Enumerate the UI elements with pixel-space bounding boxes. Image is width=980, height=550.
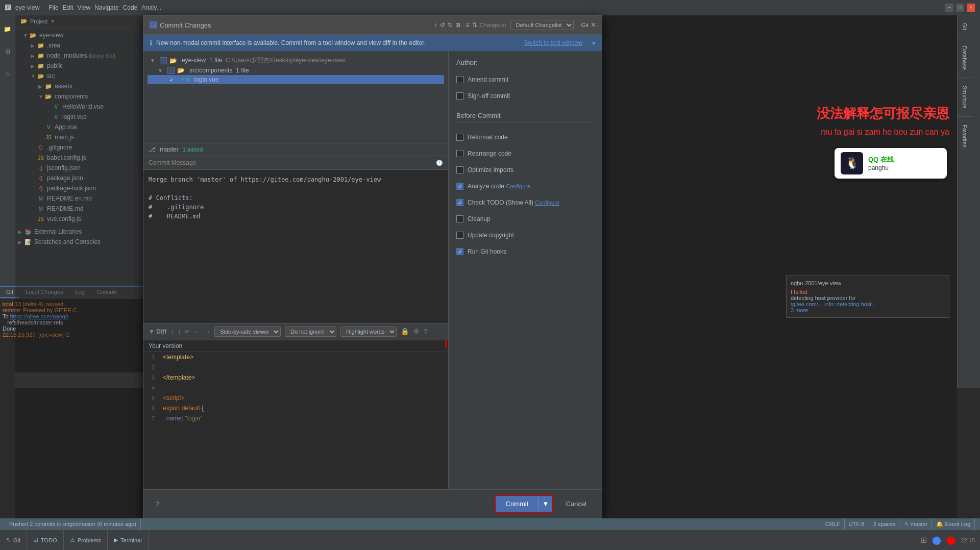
rungithooks-label: Run Git hooks <box>468 248 506 255</box>
rearrange-code-checkbox[interactable] <box>456 150 463 157</box>
dialog-controls: ↑ ↺ ↻ ⊞ ≡ ⇅ Changelist: Default Changeli… <box>434 20 596 30</box>
diff-highlight-select[interactable]: Highlight words <box>340 327 397 337</box>
diff-viewer-select[interactable]: Side-by-side viewer <box>214 327 281 337</box>
tree-collapse-src[interactable]: ▼ <box>158 68 163 73</box>
menu-analyze[interactable]: Analy... <box>141 4 161 11</box>
checkbox-root[interactable]: − <box>160 57 167 64</box>
dialog-tree-row-root[interactable]: ▼ − 📂 eye-view 1 file C:\Users\罗熙杰\Deskt… <box>148 55 444 66</box>
commit-msg-header: Commit Message 🕐 <box>143 156 448 170</box>
menu-file[interactable]: File <box>48 4 58 11</box>
status-eventlog[interactable]: 🔔 Event Log <box>932 518 975 530</box>
taskbar-terminal[interactable]: ▶ Terminal <box>108 530 149 551</box>
menu-code[interactable]: Code <box>123 4 138 11</box>
favorites-side-label[interactable]: Favorites <box>958 117 972 155</box>
commit-msg-label: Commit Message <box>149 159 196 166</box>
git-side-label[interactable]: Git <box>958 15 972 38</box>
spaces-label: 2 spaces <box>873 521 896 527</box>
help-button[interactable]: ? <box>151 496 163 512</box>
cancel-button[interactable]: Cancel <box>558 496 594 512</box>
dialog-toolbar-group[interactable]: ⊞ <box>455 21 460 29</box>
updatecopyright-checkbox[interactable] <box>456 232 463 239</box>
changelist-select[interactable]: Default Changelist <box>510 20 574 30</box>
modal-overlay: 🅿 Commit Changes ↑ ↺ ↻ ⊞ ≡ ⇅ Changelist:… <box>15 15 957 518</box>
taskbar-todo[interactable]: ☑ TODO <box>27 530 64 551</box>
line-num-4: 4 <box>143 383 159 393</box>
analyze-code-checkbox[interactable]: ✓ <box>456 183 463 190</box>
chinese-text-2: mu fa gai si zam ho bou zun can ya <box>821 128 949 137</box>
taskbar-problems[interactable]: ⚠ Problems <box>64 530 108 551</box>
error-more[interactable]: 3 more <box>791 307 945 313</box>
author-label: Author: <box>456 59 594 66</box>
analyze-configure-link[interactable]: Configure <box>506 183 530 189</box>
database-side-label[interactable]: Database <box>958 38 972 78</box>
dialog-toolbar-redo[interactable]: ↻ <box>448 21 453 29</box>
amend-commit-checkbox[interactable] <box>456 76 463 83</box>
diff-lock-btn[interactable]: 🔒 <box>401 328 409 335</box>
commit-button[interactable]: Commit <box>496 496 539 512</box>
info-banner-text: New non-modal commit interface is availa… <box>156 39 426 46</box>
checkbox-login[interactable]: ✓ <box>168 76 175 83</box>
menu-navigate[interactable]: Navigate <box>94 4 118 11</box>
dialog-toolbar-up[interactable]: ↑ <box>434 21 437 29</box>
encoding-label: CRLF <box>825 521 840 527</box>
project-icon[interactable]: 📁 <box>2 23 14 35</box>
switch-to-tool-window[interactable]: Switch to tool window <box>524 39 582 46</box>
status-spaces[interactable]: 2 spaces <box>869 518 900 530</box>
diff-arrow-down[interactable]: ↓ <box>178 328 181 335</box>
diff-edit-icon[interactable]: ✏ <box>185 328 190 335</box>
reformat-code-checkbox[interactable] <box>456 134 463 141</box>
dialog-tree-row-login[interactable]: ✓ ✓ V login.vue <box>148 75 444 84</box>
menu-edit[interactable]: Edit <box>63 4 74 11</box>
status-branch[interactable]: ↖ master <box>900 518 933 530</box>
menu-view[interactable]: View <box>77 4 90 11</box>
dialog-toolbar-expand[interactable]: ⇅ <box>472 21 477 29</box>
rungithooks-checkbox[interactable]: ✓ <box>456 248 463 255</box>
optimize-imports-checkbox[interactable] <box>456 166 463 173</box>
right-panel: Git Database Structure Favorites <box>957 15 980 388</box>
dialog-toolbar-sort[interactable]: ≡ <box>466 21 470 29</box>
commit-message-input[interactable]: Merge branch 'master' of https://gitee.c… <box>143 170 448 323</box>
diff-help-btn[interactable]: ? <box>424 328 427 335</box>
status-right: CRLF UTF-8 2 spaces ↖ master 🔔 Event Log <box>821 518 975 530</box>
commit-msg-clock[interactable]: 🕐 <box>436 160 443 166</box>
dialog-toolbar-undo[interactable]: ↺ <box>440 21 445 29</box>
close-button[interactable]: × <box>967 4 975 12</box>
checktodo-checkbox[interactable]: ✓ <box>456 199 463 206</box>
diff-forward-icon[interactable]: → <box>204 328 210 335</box>
taskbar-chrome-icon[interactable]: ⬤ <box>932 535 941 545</box>
status-encoding[interactable]: CRLF <box>821 518 845 530</box>
taskbar-right: ⊞ ⬤ ⬤ 22:15 <box>915 535 980 545</box>
diff-settings-btn[interactable]: ⚙ <box>413 328 420 335</box>
minimize-button[interactable]: − <box>945 4 953 12</box>
status-charset[interactable]: UTF-8 <box>845 518 869 530</box>
commit-dropdown-button[interactable]: ▼ <box>538 496 552 512</box>
favorites-icon[interactable]: ☆ <box>2 68 14 80</box>
structure-side-label[interactable]: Structure <box>958 78 972 117</box>
taskbar-other-icon[interactable]: ⬤ <box>946 535 955 545</box>
diff-arrow-up[interactable]: ↑ <box>170 328 174 335</box>
dialog-close-button[interactable]: × <box>591 20 596 30</box>
tree-collapse-root[interactable]: ▼ <box>150 58 155 63</box>
option-cleanup-row: Cleanup <box>456 215 594 222</box>
taskbar-todo-icon: ☑ <box>33 537 38 543</box>
info-banner: ℹ New non-modal commit interface is avai… <box>143 35 602 51</box>
vue-icon-login-dialog: ✓ V <box>180 77 189 83</box>
taskbar-git[interactable]: ↖ Git <box>0 530 27 551</box>
taskbar-windows-icon[interactable]: ⊞ <box>920 535 927 545</box>
checktodo-configure-link[interactable]: Configure <box>535 199 559 206</box>
checkbox-src[interactable]: − <box>167 67 175 74</box>
git-label: Git <box>581 22 589 28</box>
diff-ignore-select[interactable]: Do not ignore <box>285 327 336 337</box>
diff-line-2: 2 <box>143 362 448 372</box>
option-rungithooks-row: ✓ Run Git hooks <box>456 248 594 255</box>
diff-back-icon[interactable]: ← <box>194 328 200 335</box>
dialog-tree-row-src[interactable]: ▼ − 📂 src\components 1 file <box>148 66 444 75</box>
branch-label: ↖ master <box>904 521 928 528</box>
maximize-button[interactable]: □ <box>956 4 964 12</box>
cleanup-checkbox[interactable] <box>456 215 463 222</box>
signoff-commit-checkbox[interactable] <box>456 92 463 99</box>
banner-close-button[interactable]: × <box>592 39 596 47</box>
eventlog-label: 🔔 Event Log <box>936 521 970 528</box>
qq-info: QQ 在线 panghu <box>868 155 894 171</box>
structure-icon[interactable]: ⊞ <box>2 45 14 58</box>
